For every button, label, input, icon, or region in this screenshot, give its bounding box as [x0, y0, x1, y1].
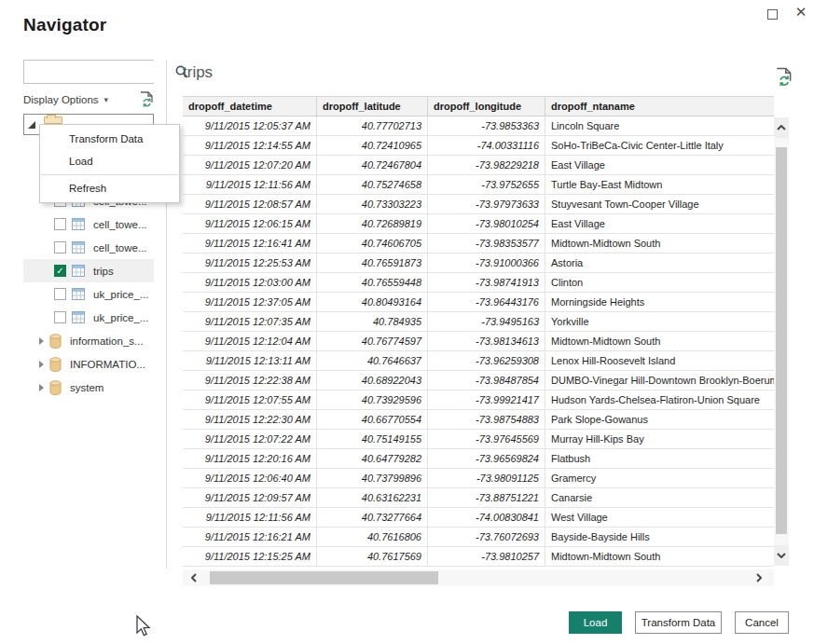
cell-ntaname: Lincoln Square: [545, 116, 774, 136]
cell-value: 40.73277664: [317, 508, 428, 528]
cancel-button[interactable]: Cancel: [735, 611, 789, 634]
column-header-dropoff-datetime[interactable]: dropoff_datetime: [183, 97, 317, 116]
table-row: 9/11/2015 12:12:04 AM40.76774597-73.9813…: [183, 332, 774, 351]
cell-value: 40.75149155: [317, 430, 428, 449]
cell-value: -73.9495163: [428, 312, 545, 332]
search-input[interactable]: [24, 61, 175, 83]
sidebar-item-informatio[interactable]: INFORMATIO...: [23, 352, 154, 376]
table-row: 9/11/2015 12:13:11 AM40.7646637-73.96259…: [183, 351, 774, 371]
column-header-dropoff-ntaname[interactable]: dropoff_ntaname: [545, 97, 774, 116]
cell-value: 9/11/2015 12:07:35 AM: [183, 312, 317, 332]
menu-item-transform-data[interactable]: Transform Data: [40, 128, 179, 150]
sidebar-item-uk-price[interactable]: uk_price_...: [23, 282, 154, 306]
checkbox-unchecked[interactable]: [54, 288, 66, 300]
load-button[interactable]: Load: [569, 611, 622, 634]
checkbox-unchecked[interactable]: [54, 311, 66, 323]
scroll-right-icon[interactable]: [748, 573, 770, 582]
table-row: 9/11/2015 12:05:37 AM40.77702713-73.9853…: [183, 116, 774, 136]
close-button[interactable]: ✕: [793, 5, 808, 20]
sidebar-item-label: cell_towe...: [93, 242, 147, 253]
cell-value: 9/11/2015 12:03:00 AM: [183, 273, 317, 293]
cell-value: -73.96569824: [428, 449, 545, 469]
cell-value: -73.76072693: [428, 528, 545, 547]
refresh-preview-icon[interactable]: [776, 67, 793, 90]
cell-value: -73.88751221: [428, 488, 545, 508]
table-row: 9/11/2015 12:07:22 AM40.75149155-73.9764…: [183, 430, 774, 449]
table-row: 9/11/2015 12:16:21 AM40.7616806-73.76072…: [183, 528, 774, 547]
table-row: 9/11/2015 12:06:40 AM40.73799896-73.9809…: [183, 469, 774, 488]
transform-data-button[interactable]: Transform Data: [635, 611, 722, 634]
menu-item-load[interactable]: Load: [40, 150, 179, 172]
checkbox-checked[interactable]: ✓: [54, 265, 66, 277]
cell-value: 40.76559448: [317, 273, 428, 293]
cell-value: -73.97973633: [428, 195, 545, 214]
cell-ntaname: Midtown-Midtown South: [545, 234, 774, 253]
cell-value: 40.68922043: [317, 371, 428, 391]
cell-value: 9/11/2015 12:13:11 AM: [183, 351, 317, 371]
sidebar-item-uk-price[interactable]: uk_price_...: [23, 306, 154, 329]
table-icon: [72, 218, 85, 230]
cell-ntaname: Midtown-Midtown South: [545, 547, 774, 567]
horizontal-scrollbar[interactable]: [183, 569, 774, 586]
cell-value: -73.96259308: [428, 351, 545, 371]
table-row: 9/11/2015 12:25:53 AM40.76591873-73.9100…: [183, 253, 774, 273]
cell-value: 40.73303223: [317, 195, 428, 214]
cell-value: 40.63162231: [317, 488, 428, 508]
table-header-row: dropoff_datetimedropoff_latitudedropoff_…: [183, 97, 774, 116]
cell-value: 40.7616806: [317, 528, 428, 547]
sidebar-item-label: trips: [93, 266, 114, 277]
sidebar-item-label: information_s...: [70, 336, 144, 347]
refresh-preview-icon[interactable]: [140, 91, 154, 109]
sidebar-item-label: INFORMATIO...: [70, 359, 145, 370]
cell-value: 9/11/2015 12:08:57 AM: [183, 195, 317, 214]
horizontal-scroll-thumb[interactable]: [210, 571, 438, 584]
display-options-label: Display Options: [23, 94, 99, 105]
table-row: 9/11/2015 12:22:30 AM40.66770554-73.9875…: [183, 410, 774, 430]
cell-value: -73.91000366: [428, 253, 545, 273]
cell-ntaname: West Village: [545, 508, 774, 528]
cell-ntaname: East Village: [545, 156, 774, 175]
column-header-dropoff-latitude[interactable]: dropoff_latitude: [317, 97, 428, 116]
chevron-collapsed-icon[interactable]: [39, 361, 44, 368]
sidebar-item-cell-towe[interactable]: cell_towe...: [23, 236, 154, 259]
cell-value: 40.77702713: [317, 116, 428, 136]
scroll-down-icon[interactable]: [774, 545, 789, 566]
table-row: 9/11/2015 12:16:41 AM40.74606705-73.9835…: [183, 234, 774, 253]
column-header-dropoff-longitude[interactable]: dropoff_longitude: [428, 97, 545, 116]
cell-value: -73.98353577: [428, 234, 545, 253]
maximize-button[interactable]: [765, 7, 780, 21]
cell-ntaname: East Village: [545, 214, 774, 234]
cell-ntaname: Bayside-Bayside Hills: [545, 528, 774, 547]
chevron-expanded-icon: [28, 121, 35, 129]
table-row: 9/11/2015 12:20:16 AM40.64779282-73.9656…: [183, 449, 774, 469]
chevron-collapsed-icon[interactable]: [39, 337, 44, 345]
cell-value: 9/11/2015 12:25:53 AM: [183, 253, 317, 273]
sidebar-item-trips[interactable]: ✓trips: [23, 259, 154, 282]
cell-value: 40.73929596: [317, 391, 428, 410]
cell-value: 40.7646637: [317, 351, 428, 371]
cell-value: -74.00331116: [428, 136, 545, 156]
scroll-up-icon[interactable]: [774, 117, 789, 138]
sidebar-item-information-s[interactable]: information_s...: [23, 329, 154, 352]
cell-value: -73.98754883: [428, 410, 545, 430]
cell-value: -73.99921417: [428, 391, 545, 410]
menu-item-refresh[interactable]: Refresh: [40, 177, 179, 199]
display-options[interactable]: Display Options ▾: [23, 91, 154, 108]
cell-value: 40.72410965: [317, 136, 428, 156]
vertical-scrollbar[interactable]: [774, 117, 789, 566]
cell-ntaname: SoHo-TriBeCa-Civic Center-Little Italy: [545, 136, 774, 156]
checkbox-unchecked[interactable]: [54, 218, 66, 230]
table-row: 9/11/2015 12:37:05 AM40.80493164-73.9644…: [183, 293, 774, 312]
sidebar-item-system[interactable]: system: [23, 376, 154, 399]
vertical-scroll-thumb[interactable]: [776, 147, 787, 534]
context-menu: Transform DataLoadRefresh: [39, 124, 180, 203]
cell-ntaname: Turtle Bay-East Midtown: [545, 175, 774, 195]
chevron-collapsed-icon[interactable]: [39, 384, 44, 391]
checkbox-unchecked[interactable]: [54, 241, 66, 253]
cell-value: 40.80493164: [317, 293, 428, 312]
cell-ntaname: Morningside Heights: [545, 293, 774, 312]
sidebar-item-cell-towe[interactable]: cell_towe...: [23, 212, 154, 236]
scroll-left-icon[interactable]: [183, 573, 205, 582]
cell-value: 40.66770554: [317, 410, 428, 430]
cell-ntaname: Yorkville: [545, 312, 774, 332]
